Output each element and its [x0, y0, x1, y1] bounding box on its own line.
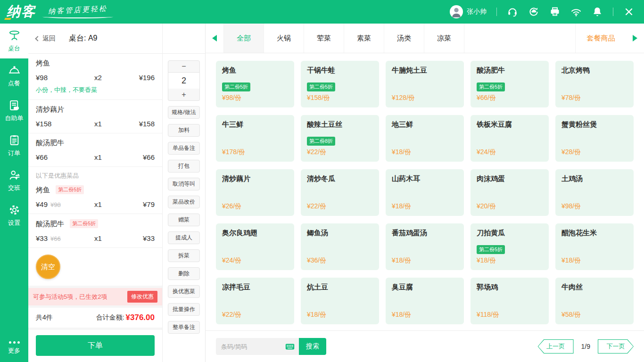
action-button[interactable]: 菜品改价 [168, 196, 200, 208]
menu-item-card[interactable]: 凉拌毛豆 ¥22/份 [216, 278, 294, 324]
menu-item-card[interactable]: 干锅牛蛙 第二份5折 ¥158/份 [301, 61, 379, 107]
order-list-icon [8, 134, 21, 147]
sidebar-item-self-order[interactable]: 自助单 [0, 93, 28, 128]
wifi-icon[interactable] [570, 6, 582, 17]
sidebar-item-orders[interactable]: 订单 [0, 128, 28, 163]
menu-item-card[interactable]: 牛肉丝 ¥58/份 [555, 278, 634, 324]
menu-item-card[interactable]: 土鸡汤 ¥98/份 [555, 169, 634, 216]
combo-products-tab[interactable]: 套餐商品 [575, 24, 626, 53]
self-order-icon [8, 99, 21, 112]
sidebar-item-settings[interactable]: 设置 [0, 198, 28, 233]
cloche-icon [8, 64, 21, 77]
category-tab[interactable]: 凉菜 [424, 24, 464, 53]
category-tab[interactable]: 汤类 [384, 24, 424, 53]
sidebar-item-tables[interactable]: 桌台 [0, 24, 28, 58]
place-order-button[interactable]: 下单 [36, 335, 155, 356]
sidebar-item-label: 交班 [8, 184, 20, 192]
sync-icon[interactable] [528, 6, 539, 17]
brand-logo: 纳客 纳客管店更轻松 [0, 2, 113, 21]
search-group: 搜索 [216, 338, 326, 355]
tabs-scroll-right-button[interactable] [626, 24, 644, 53]
back-button[interactable]: 返回 [36, 34, 56, 43]
tabs-scroll-left-button[interactable] [206, 24, 223, 53]
menu-item-card[interactable]: 酸辣土豆丝 第二份8折 ¥22/份 [301, 115, 379, 162]
user-chip[interactable]: 张小帅 [450, 5, 487, 18]
action-button[interactable]: 换优惠菜 [168, 285, 200, 298]
action-button[interactable]: 加料 [168, 124, 200, 137]
prev-page-button[interactable]: 上一页 [538, 339, 574, 354]
sidebar-item-label: 更多 [8, 346, 20, 355]
promo-text: 可参与活动5项，已生效2项 [33, 293, 107, 301]
menu-item-card[interactable]: 奥尔良鸡翅 ¥24/份 [216, 223, 294, 270]
menu-item-card[interactable]: 郭场鸡 ¥118/份 [471, 278, 549, 324]
action-button[interactable]: 规格/做法 [168, 106, 200, 119]
menu-item-card[interactable]: 烤鱼 第二份5折 ¥98/份 [216, 61, 294, 107]
menu-item-card[interactable]: 牛三鲜 ¥178/份 [216, 115, 294, 162]
category-tab[interactable]: 全部 [223, 24, 264, 53]
menu-item-card[interactable]: 醋泡花生米 ¥18/份 [555, 223, 634, 270]
next-page-label: 下一页 [598, 339, 634, 354]
action-button[interactable]: 批量操作 [168, 303, 200, 316]
menu-item-card[interactable]: 炕土豆 ¥18/份 [301, 278, 379, 324]
menu-item-name: 牛肉丝 [561, 283, 627, 292]
category-tab[interactable]: 素菜 [344, 24, 384, 53]
menu-item-card[interactable]: 刀拍黄瓜 第二份5折 ¥18/份 [471, 223, 549, 270]
menu-item-card[interactable]: 清炒冬瓜 ¥22/份 [301, 169, 379, 216]
discount-order-item[interactable]: 酸汤肥牛 第二份5折 ¥33 ¥66 x1 ¥33 [28, 214, 162, 248]
sidebar-item-more[interactable]: 更多 [0, 334, 28, 362]
sidebar-item-shift-change[interactable]: 交班 [0, 163, 28, 198]
modify-discount-button[interactable]: 修改优惠 [127, 291, 157, 303]
barcode-search-input[interactable] [221, 343, 285, 350]
menu-item-name: 干锅牛蛙 [307, 66, 373, 75]
menu-item-name: 番茄鸡蛋汤 [392, 229, 458, 238]
sidebar-item-order-food[interactable]: 点餐 [0, 58, 28, 93]
bell-icon[interactable] [592, 6, 603, 17]
discount-badge: 第二份5折 [70, 219, 98, 228]
menu-item-price: ¥22/份 [307, 202, 373, 211]
menu-item-card[interactable]: 铁板米豆腐 ¥24/份 [471, 115, 549, 162]
top-bar: 纳客 纳客管店更轻松 张小帅 [0, 0, 644, 24]
printer-icon[interactable] [549, 6, 561, 17]
action-button[interactable]: 提成人 [168, 231, 200, 244]
table-icon [8, 29, 21, 42]
order-item[interactable]: 酸汤肥牛 ¥66 x1 ¥66 [28, 133, 162, 167]
action-button[interactable]: 删除 [168, 267, 200, 280]
action-button[interactable]: 整单备注 [168, 321, 200, 334]
menu-item-card[interactable]: 酸汤肥牛 第二份5折 ¥66/份 [471, 61, 549, 107]
action-button[interactable]: 单品备注 [168, 142, 200, 155]
menu-item-price: ¥18/份 [392, 148, 458, 156]
clear-order-button[interactable]: 清空 [36, 255, 60, 279]
order-item[interactable]: 烤鱼 ¥98 x2 ¥196 小份，中辣，不要香菜 [28, 54, 162, 100]
quantity-plus-button[interactable]: + [168, 89, 200, 101]
search-box [216, 338, 299, 355]
menu-item-card[interactable]: 肉沫鸡蛋 ¥20/份 [471, 169, 549, 216]
category-tab[interactable]: 荤菜 [304, 24, 344, 53]
action-button[interactable]: 赠菜 [168, 214, 200, 226]
order-item-price: ¥66 [36, 153, 48, 161]
category-tab[interactable]: 火锅 [264, 24, 304, 53]
menu-item-card[interactable]: 番茄鸡蛋汤 ¥18/份 [386, 223, 464, 270]
menu-item-card[interactable]: 北京烤鸭 ¥78/份 [555, 61, 634, 107]
menu-item-card[interactable]: 牛腩炖土豆 ¥128/份 [386, 61, 464, 107]
action-button[interactable]: 取消等叫 [168, 178, 200, 190]
menu-item-card[interactable]: 清炒藕片 ¥26/份 [216, 169, 294, 216]
action-button[interactable]: 打包 [168, 160, 200, 173]
headset-icon[interactable] [507, 6, 518, 17]
menu-item-name: 铁板米豆腐 [477, 120, 543, 129]
quantity-minus-button[interactable]: − [168, 60, 200, 73]
order-item-name: 烤鱼 [36, 186, 50, 194]
menu-item-price: ¥24/份 [477, 148, 543, 156]
menu-item-name: 鲫鱼汤 [307, 229, 373, 238]
action-button[interactable]: 拆菜 [168, 249, 200, 262]
menu-item-card[interactable]: 山药木耳 ¥18/份 [386, 169, 464, 216]
menu-item-card[interactable]: 臭豆腐 ¥18/份 [386, 278, 464, 324]
menu-item-card[interactable]: 鲫鱼汤 ¥36/份 [301, 223, 379, 270]
next-page-button[interactable]: 下一页 [598, 339, 634, 354]
close-icon[interactable] [623, 6, 635, 17]
discount-order-item[interactable]: 烤鱼 第二份5折 ¥49 ¥98 x1 ¥79 [28, 180, 162, 214]
order-item[interactable]: 清炒藕片 ¥158 x1 ¥158 [28, 100, 162, 133]
keyboard-icon[interactable] [285, 341, 295, 352]
menu-item-card[interactable]: 地三鲜 ¥18/份 [386, 115, 464, 162]
search-button[interactable]: 搜索 [299, 338, 326, 355]
menu-item-card[interactable]: 蟹黄粉丝煲 ¥28/份 [555, 115, 634, 162]
